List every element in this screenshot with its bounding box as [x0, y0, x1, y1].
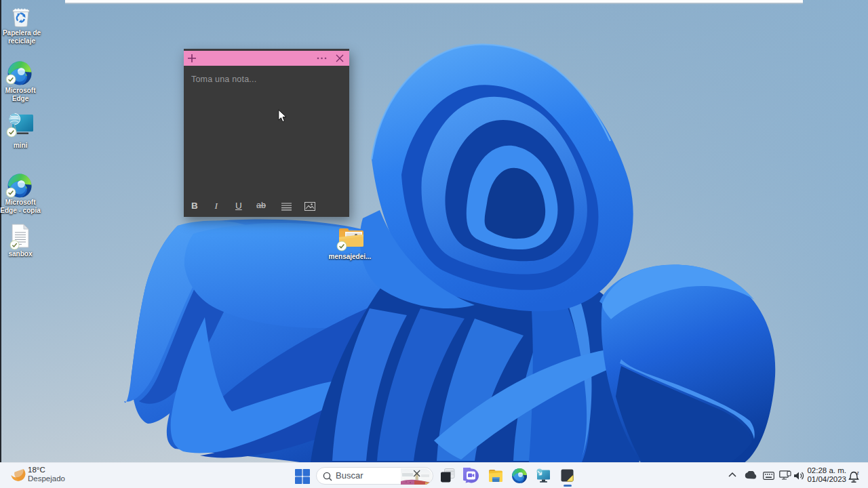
svg-text:z: z	[856, 470, 859, 475]
